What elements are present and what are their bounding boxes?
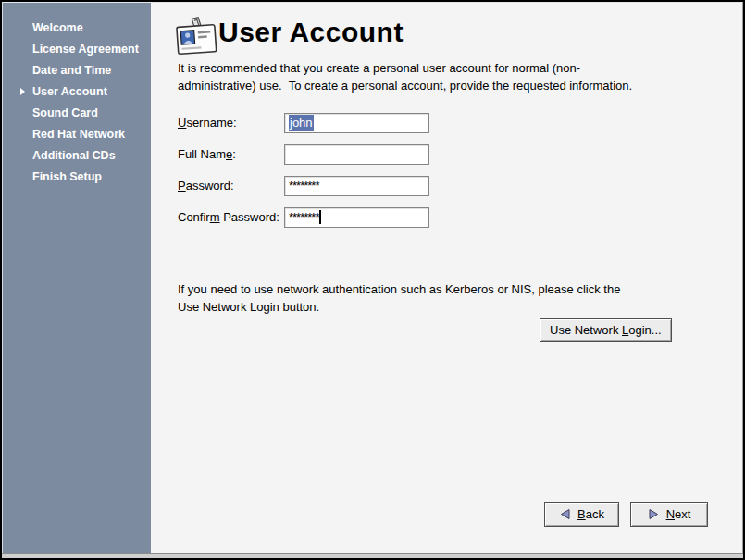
sidebar-item-user-account: User Account	[3, 81, 151, 103]
sidebar-item-label: Finish Setup	[32, 170, 102, 183]
sidebar-item-license-agreement: License Agreement	[3, 39, 151, 60]
sidebar-item-label: License Agreement	[32, 43, 139, 56]
intro-line-2: administrative) use. To create a persona…	[178, 77, 632, 94]
password-row: Password: ********	[178, 176, 429, 196]
confirm-password-label: Confirm Password:	[178, 207, 284, 228]
text-cursor	[319, 210, 321, 224]
confirm-password-row: Confirm Password: ********	[178, 207, 429, 228]
sidebar-item-welcome: Welcome	[3, 18, 151, 39]
window-bottom-edge	[2, 553, 743, 558]
sidebar-item-label: Sound Card	[32, 106, 98, 119]
fullname-input[interactable]	[284, 144, 429, 165]
back-button-label: Back	[577, 507, 604, 521]
active-step-arrow-icon	[20, 88, 25, 95]
sidebar-item-sound-card: Sound Card	[3, 103, 151, 124]
selected-text: john	[289, 115, 314, 131]
main-content: User Account It is recommended that you …	[151, 3, 742, 553]
next-button[interactable]: Next	[630, 502, 708, 527]
firstboot-window: Welcome License Agreement Date and Time …	[0, 0, 745, 560]
sidebar-item-label: Welcome	[32, 21, 83, 34]
username-label: Username:	[178, 113, 284, 133]
next-button-label: Next	[666, 507, 691, 521]
fullname-label: Full Name:	[178, 144, 284, 165]
intro-text: It is recommended that you create a pers…	[178, 59, 632, 94]
sidebar-item-red-hat-network: Red Hat Network	[3, 124, 151, 145]
sidebar-item-additional-cds: Additional CDs	[3, 145, 151, 167]
fullname-row: Full Name:	[178, 144, 429, 165]
id-badge-icon	[175, 15, 219, 59]
next-arrow-icon	[648, 508, 660, 520]
sidebar-item-date-and-time: Date and Time	[3, 60, 151, 81]
network-auth-text: If you need to use network authenticatio…	[178, 280, 620, 316]
back-button[interactable]: Back	[544, 502, 619, 527]
sidebar-item-finish-setup: Finish Setup	[3, 167, 151, 188]
network-auth-line-2: Use Network Login button.	[178, 298, 620, 316]
password-label: Password:	[178, 176, 284, 196]
username-input[interactable]: john	[284, 113, 429, 133]
username-row: Username: john	[178, 113, 429, 133]
use-network-login-button[interactable]: Use Network Login...	[540, 318, 672, 342]
user-account-form: Username: john Full Name: Password: ****…	[178, 113, 429, 239]
password-input[interactable]: ********	[284, 176, 429, 196]
setup-steps-sidebar: Welcome License Agreement Date and Time …	[3, 3, 151, 553]
sidebar-item-label: Additional CDs	[32, 149, 116, 162]
sidebar-item-label: Date and Time	[32, 64, 111, 77]
sidebar-item-label: Red Hat Network	[32, 128, 125, 141]
confirm-password-input[interactable]: ********	[284, 207, 429, 228]
back-arrow-icon	[559, 508, 571, 520]
intro-line-1: It is recommended that you create a pers…	[178, 59, 632, 77]
sidebar-item-label: User Account	[32, 85, 107, 98]
page-title: User Account	[218, 17, 404, 48]
window-body: Welcome License Agreement Date and Time …	[2, 2, 743, 553]
network-auth-line-1: If you need to use network authenticatio…	[178, 280, 620, 298]
